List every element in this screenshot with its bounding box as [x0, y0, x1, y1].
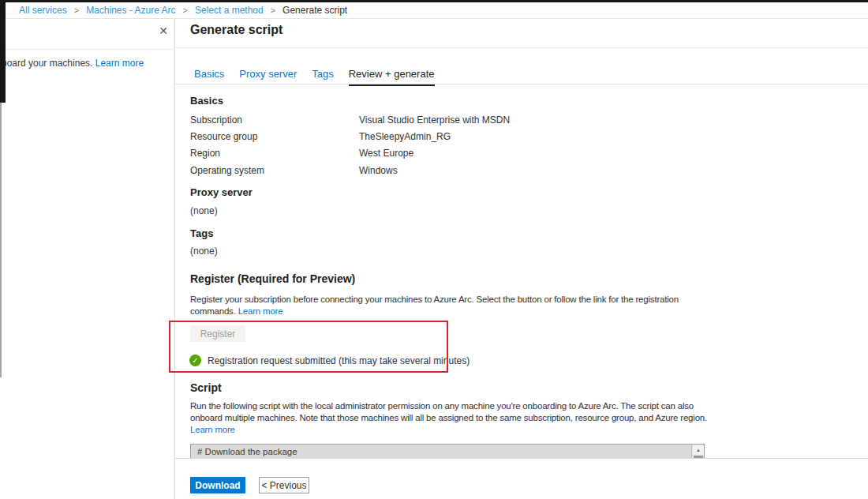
script-code-line: # Download the package: [197, 447, 297, 456]
breadcrumb-select-a-method[interactable]: Select a method: [195, 5, 264, 16]
left-panel-divider: [0, 49, 175, 50]
registration-status: ✓ Registration request submitted (this m…: [189, 355, 470, 366]
proxy-none-value: (none): [190, 205, 218, 216]
register-description-line2: commands. Learn more: [190, 306, 282, 316]
field-label: Resource group: [190, 131, 257, 142]
left-panel-intro-text: board your machines.: [2, 58, 92, 69]
page-title: Generate script: [190, 23, 282, 37]
success-check-icon: ✓: [189, 355, 201, 366]
breadcrumb-separator-icon: >: [183, 6, 188, 15]
script-description-line1: Run the following script with the local …: [190, 401, 694, 411]
field-value: Windows: [359, 165, 398, 176]
action-footer: Download < Previous: [175, 458, 868, 499]
script-learn-more-link[interactable]: Learn more: [190, 425, 235, 434]
azure-portal-screen: All services > Machines - Azure Arc > Se…: [0, 0, 868, 499]
breadcrumb-machines-azure-arc[interactable]: Machines - Azure Arc: [86, 5, 175, 16]
close-icon[interactable]: ✕: [157, 24, 170, 37]
register-learn-more-link[interactable]: Learn more: [238, 306, 283, 316]
left-black-strip: [0, 2, 6, 103]
download-button[interactable]: Download: [190, 477, 245, 493]
field-label: Region: [190, 148, 220, 159]
scroll-up-arrow-icon[interactable]: ▲: [693, 445, 704, 455]
field-value: Visual Studio Enterprise with MSDN: [359, 114, 510, 126]
script-section-title: Script: [190, 381, 222, 394]
basics-section-title: Basics: [190, 95, 223, 107]
field-label: Operating system: [190, 165, 264, 176]
register-button[interactable]: Register: [190, 325, 245, 342]
breadcrumb-separator-icon: >: [271, 6, 275, 15]
previous-button[interactable]: < Previous: [259, 477, 309, 493]
generate-script-panel: Generate script Basics Proxy server Tags…: [175, 19, 868, 499]
proxy-section-title: Proxy server: [190, 186, 253, 198]
register-description-line1: Register your subscription before connec…: [190, 295, 679, 304]
register-description-line2-text: commands.: [190, 306, 236, 316]
left-panel-intro: board your machines. Learn more: [2, 58, 174, 69]
breadcrumb: All services > Machines - Azure Arc > Se…: [0, 2, 868, 19]
script-learn-more-line: Learn more: [190, 425, 235, 434]
field-value: West Europe: [359, 148, 413, 159]
tags-none-value: (none): [190, 246, 218, 257]
title-divider: [175, 47, 868, 48]
field-label: Subscription: [190, 114, 242, 126]
field-value: TheSleepyAdmin_RG: [359, 131, 451, 142]
left-edge-line: [0, 103, 2, 377]
script-scrollbar[interactable]: ▲: [691, 445, 704, 459]
registration-status-text: Registration request submitted (this may…: [208, 355, 470, 366]
script-textarea[interactable]: # Download the package ▲: [190, 444, 705, 459]
select-a-method-panel: ✕ board your machines. Learn more: [0, 19, 175, 499]
tags-section-title: Tags: [190, 227, 213, 239]
breadcrumb-all-services[interactable]: All services: [19, 5, 67, 16]
register-section-title: Register (Required for Preview): [190, 272, 355, 285]
breadcrumb-current-page: Generate script: [282, 5, 347, 16]
left-panel-learn-more-link[interactable]: Learn more: [95, 58, 144, 69]
tab-bar-border: [175, 84, 868, 84]
script-description-line2: onboard multiple machines. Note that tho…: [190, 413, 707, 422]
breadcrumb-separator-icon: >: [74, 6, 79, 15]
